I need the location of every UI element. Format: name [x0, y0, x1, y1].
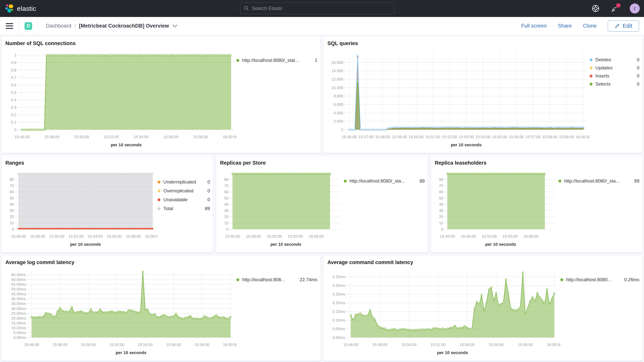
svg-text:0.25ms: 0.25ms [332, 292, 345, 296]
svg-text:15:52:00: 15:52:00 [267, 234, 282, 238]
panel-ranges: Ranges 15:46:0015:48:0015:50:0015:52:001… [2, 156, 213, 252]
menu-icon[interactable] [6, 23, 13, 29]
svg-text:20: 20 [439, 214, 443, 219]
legend-dot-icon [158, 198, 160, 201]
legend-item[interactable]: Unavailable0 [158, 195, 210, 204]
elastic-logo-icon [5, 4, 14, 13]
chart-legend: http://localhost:8080...0.26ms [560, 266, 639, 357]
svg-text:0.4: 0.4 [11, 98, 16, 102]
svg-text:15:48:00: 15:48:00 [372, 342, 387, 347]
dashboard-row-1: Number of SQL connections 15:46:0015:48:… [2, 36, 642, 153]
legend-value: 0 [632, 73, 639, 79]
svg-text:15:54:00: 15:54:00 [476, 135, 490, 139]
legend-item[interactable]: http://localhost:8080/_stat...1 [236, 58, 317, 63]
chart-legend: http://localhost:808...22.74ms [236, 266, 317, 357]
svg-text:15:59:00: 15:59:00 [559, 135, 574, 139]
edit-button[interactable]: Edit [608, 20, 639, 32]
svg-text:10: 10 [10, 221, 14, 225]
breadcrumb-dashboard-link[interactable]: Dashboard [46, 23, 71, 29]
legend-item[interactable]: http://localhost:8080/_sta...89 [344, 178, 425, 184]
svg-text:per 10 seconds: per 10 seconds [270, 242, 301, 247]
chart-plot[interactable]: 15:46:0015:48:0015:50:0015:52:0015:54:00… [327, 266, 560, 357]
svg-text:15:46:00: 15:46:00 [440, 234, 455, 238]
legend-item[interactable]: http://localhost:808...22.74ms [236, 277, 317, 282]
svg-text:15:54:00: 15:54:00 [460, 342, 474, 347]
svg-text:0.3: 0.3 [11, 105, 16, 110]
legend-item[interactable]: Selects0 [590, 80, 639, 88]
svg-text:65.00ms: 65.00ms [11, 272, 26, 277]
svg-text:14,000: 14,000 [332, 68, 343, 73]
svg-text:0.9: 0.9 [11, 60, 16, 65]
legend-dot-icon [158, 180, 160, 184]
legend-item[interactable]: http://localhost:8080/_sta...89 [558, 178, 639, 184]
svg-text:4,000: 4,000 [334, 111, 343, 115]
svg-text:60: 60 [224, 190, 228, 194]
legend-value: 0.26ms [620, 277, 639, 282]
top-header-bar: elastic Search Elastic [0, 0, 644, 17]
legend-dot-icon [558, 180, 561, 182]
svg-text:0.5: 0.5 [11, 90, 16, 95]
space-badge[interactable]: D [24, 22, 32, 30]
legend-value: 0 [632, 65, 639, 70]
legend-value: 89 [415, 178, 425, 184]
legend-item[interactable]: Underreplicated0 [158, 178, 210, 186]
search-icon [244, 6, 249, 11]
svg-text:15:48:00: 15:48:00 [375, 135, 390, 139]
clone-button[interactable]: Clone [583, 23, 596, 29]
chart-plot[interactable]: 15:46:0015:48:0015:50:0015:52:0015:54:00… [5, 166, 158, 248]
legend-dot-icon [560, 278, 563, 281]
legend-item[interactable]: Updates0 [590, 64, 639, 72]
legend-dot-icon [158, 190, 160, 192]
chart-plot[interactable]: 15:46:0015:48:0015:50:0015:52:0015:54:00… [5, 266, 236, 357]
user-avatar[interactable]: r [630, 4, 640, 14]
svg-text:15:55:00: 15:55:00 [492, 135, 507, 139]
svg-text:50.00ms: 50.00ms [11, 287, 26, 291]
svg-text:15:56:00: 15:56:00 [163, 135, 178, 139]
legend-item[interactable]: http://localhost:8080...0.26ms [560, 277, 639, 282]
legend-item[interactable]: Total89 [158, 204, 210, 213]
legend-item[interactable]: Overreplicated0 [158, 186, 210, 195]
svg-text:50: 50 [439, 196, 443, 200]
full-screen-button[interactable]: Full screen [521, 23, 547, 29]
chart-plot[interactable]: 15:46:0015:47:0015:48:0015:49:0015:50:00… [327, 47, 590, 149]
share-button[interactable]: Share [558, 23, 572, 29]
panel-title: SQL queries [328, 40, 639, 46]
svg-text:per 10 seconds: per 10 seconds [70, 242, 101, 247]
svg-text:10: 10 [224, 221, 228, 225]
help-icon[interactable] [591, 4, 600, 13]
panel-title: Replicas per Store [220, 160, 424, 166]
legend-item[interactable]: Inserts0 [590, 72, 639, 80]
svg-text:16,000: 16,000 [332, 60, 343, 64]
svg-text:60: 60 [10, 190, 14, 194]
chart-legend: Underreplicated0Overreplicated0Unavailab… [158, 166, 210, 248]
newsfeed-icon[interactable] [610, 4, 619, 13]
svg-text:15:48:00: 15:48:00 [44, 135, 60, 139]
chart-plot[interactable]: 15:46:0015:48:0015:50:0015:52:0015:54:00… [5, 47, 236, 149]
svg-text:15:46:00: 15:46:00 [24, 342, 39, 347]
chart-plot[interactable]: 15:46:0015:49:0015:52:0015:55:0015:58:00… [434, 166, 558, 248]
svg-text:50: 50 [10, 196, 14, 200]
notification-dot [616, 3, 620, 8]
elastic-brand[interactable]: elastic [5, 4, 36, 13]
svg-text:15:55:00: 15:55:00 [502, 234, 518, 238]
chart-legend: http://localhost:8080/_sta...89 [344, 166, 425, 248]
global-search-input[interactable]: Search Elastic [240, 2, 394, 14]
chevron-down-icon[interactable] [172, 24, 178, 28]
svg-text:15:48:00: 15:48:00 [52, 342, 68, 347]
edit-button-label: Edit [622, 23, 632, 29]
chart-plot[interactable]: 15:46:0015:49:0015:52:0015:55:0015:58:00… [219, 166, 344, 248]
svg-text:30.00ms: 30.00ms [11, 306, 26, 311]
legend-label: http://localhost:8080... [566, 277, 612, 282]
svg-text:0.05ms: 0.05ms [332, 327, 345, 331]
svg-text:30: 30 [10, 208, 14, 212]
legend-label: Selects [596, 81, 611, 87]
svg-text:2,000: 2,000 [334, 119, 343, 123]
divider [38, 17, 38, 35]
legend-label: http://localhost:8080/_sta... [350, 178, 405, 184]
panel-command-commit-latency: Average command commit latency 15:46:001… [324, 256, 642, 361]
legend-value: 0 [632, 81, 639, 87]
svg-text:0: 0 [12, 227, 14, 231]
legend-label: Deletes [596, 57, 611, 62]
svg-text:15:49:00: 15:49:00 [461, 234, 476, 238]
legend-item[interactable]: Deletes0 [590, 56, 639, 64]
